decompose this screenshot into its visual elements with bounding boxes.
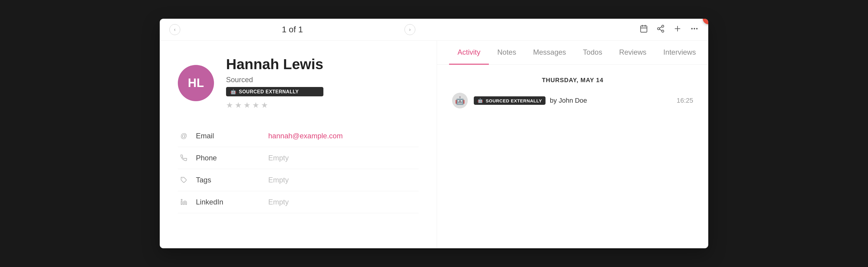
candidate-status: Sourced <box>226 76 323 84</box>
ellipsis-icon <box>690 24 699 35</box>
date-separator: THURSDAY, MAY 14 <box>452 77 693 84</box>
svg-rect-15 <box>181 201 182 205</box>
prev-button[interactable]: ‹ <box>169 24 180 35</box>
star-1[interactable]: ★ <box>226 101 233 110</box>
fields-list: @ Email hannah@example.com Phone Empty <box>178 125 418 213</box>
svg-point-12 <box>694 28 695 29</box>
svg-line-7 <box>659 29 662 31</box>
tabs: Activity Notes Messages Todos Reviews In… <box>437 41 708 64</box>
tab-activity[interactable]: Activity <box>449 41 489 64</box>
svg-rect-0 <box>641 26 647 32</box>
tab-reviews[interactable]: Reviews <box>611 41 655 64</box>
candidate-modal: × ‹ 1 of 1 › <box>160 19 708 248</box>
more-button[interactable] <box>690 24 699 35</box>
linkedin-icon <box>178 199 190 205</box>
activity-user-avatar: 🤖 <box>452 93 468 108</box>
activity-time: 16:25 <box>677 97 693 105</box>
candidate-info: Hannah Lewis Sourced 🤖 SOURCED EXTERNALL… <box>226 56 323 110</box>
phone-field-row: Phone Empty <box>178 147 418 169</box>
left-panel: HL Hannah Lewis Sourced 🤖 SOURCED EXTERN… <box>160 41 437 248</box>
star-3[interactable]: ★ <box>244 101 250 110</box>
star-5[interactable]: ★ <box>261 101 268 110</box>
right-panel: Activity Notes Messages Todos Reviews In… <box>437 41 708 248</box>
candidate-header: HL Hannah Lewis Sourced 🤖 SOURCED EXTERN… <box>178 56 418 110</box>
chevron-right-icon: › <box>409 27 410 32</box>
linkedin-field-row: LinkedIn Empty <box>178 191 418 213</box>
robot-icon: 🤖 <box>230 89 237 95</box>
avatar: HL <box>178 65 214 101</box>
email-value[interactable]: hannah@example.com <box>268 132 343 140</box>
tab-interviews[interactable]: Interviews <box>655 41 704 64</box>
activity-tab-content: THURSDAY, MAY 14 🤖 🤖 SOURCED EXTERNALLY … <box>437 64 708 248</box>
linkedin-label: LinkedIn <box>196 198 262 206</box>
share-icon <box>656 24 665 35</box>
candidate-name: Hannah Lewis <box>226 56 323 73</box>
tab-todos[interactable]: Todos <box>575 41 611 64</box>
phone-icon <box>178 155 190 161</box>
svg-line-8 <box>659 27 662 28</box>
at-icon: @ <box>178 132 190 140</box>
chevron-left-icon: ‹ <box>174 27 176 32</box>
page-indicator: 1 of 1 <box>187 25 397 34</box>
next-button[interactable]: › <box>404 24 415 35</box>
phone-value: Empty <box>268 154 289 162</box>
robot-badge-icon: 🤖 <box>477 98 484 103</box>
svg-point-13 <box>696 28 698 29</box>
activity-badge: 🤖 SOURCED EXTERNALLY <box>474 96 546 105</box>
activity-body: 🤖 SOURCED EXTERNALLY by John Doe <box>474 96 671 105</box>
tab-messages[interactable]: Messages <box>525 41 575 64</box>
tag-icon <box>178 177 190 183</box>
calendar-icon <box>640 24 648 35</box>
star-rating[interactable]: ★ ★ ★ ★ ★ <box>226 101 323 110</box>
tags-value: Empty <box>268 176 289 184</box>
toolbar-actions <box>640 24 699 35</box>
star-2[interactable]: ★ <box>235 101 242 110</box>
linkedin-value: Empty <box>268 198 289 206</box>
calendar-button[interactable] <box>640 24 648 35</box>
email-field-row: @ Email hannah@example.com <box>178 125 418 147</box>
phone-label: Phone <box>196 154 262 162</box>
activity-by: by John Doe <box>550 97 587 105</box>
share-button[interactable] <box>656 24 665 35</box>
source-badge: 🤖 SOURCED EXTERNALLY <box>226 87 323 96</box>
plus-icon <box>673 24 682 35</box>
activity-item: 🤖 🤖 SOURCED EXTERNALLY by John Doe 16:25 <box>452 93 693 108</box>
toolbar: ‹ 1 of 1 › <box>160 19 708 41</box>
tab-notes[interactable]: Notes <box>489 41 525 64</box>
svg-point-11 <box>691 28 692 29</box>
star-4[interactable]: ★ <box>252 101 259 110</box>
main-content: HL Hannah Lewis Sourced 🤖 SOURCED EXTERN… <box>160 41 708 248</box>
add-button[interactable] <box>673 24 682 35</box>
email-label: Email <box>196 132 262 140</box>
svg-point-16 <box>181 199 182 201</box>
tags-label: Tags <box>196 176 262 184</box>
tags-field-row: Tags Empty <box>178 169 418 191</box>
